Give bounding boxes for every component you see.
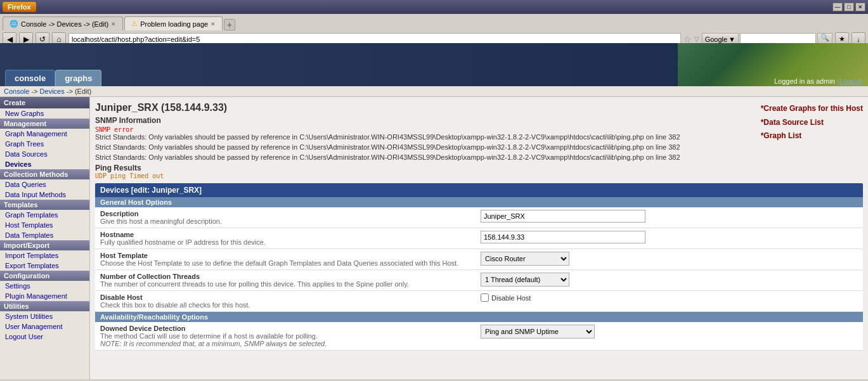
app-header: console graphs Logged in as admin (Logou… — [0, 43, 868, 86]
disable-label: Disable Host — [100, 294, 470, 301]
hostname-row: Hostname Fully qualified hostname or IP … — [95, 228, 863, 249]
tab-2-close[interactable]: ✕ — [211, 21, 216, 27]
disable-checkbox-text: Disable Host — [491, 294, 531, 302]
breadcrumb-arrow1: -> — [31, 87, 39, 95]
right-panel: *Create Graphs for this Host *Data Sourc… — [761, 102, 863, 143]
sidebar-item-plugin-management[interactable]: Plugin Management — [0, 291, 89, 301]
downed-select[interactable]: Ping and SNMP Uptime — [481, 325, 595, 339]
tab-1-title: Console -> Devices -> (Edit) — [21, 20, 108, 28]
sidebar-configuration-header: Configuration — [0, 271, 89, 281]
error-text-1: Strict Standards: Only variables should … — [95, 133, 863, 141]
desc-input[interactable] — [481, 210, 645, 223]
breadcrumb-devices[interactable]: Devices — [40, 87, 65, 95]
threads-desc: The number of concurrent threads to use … — [100, 280, 470, 288]
host-template-label: Host Template — [100, 252, 470, 259]
disable-checkbox-label: Disable Host — [481, 294, 858, 302]
sidebar-collection-header: Collection Methods — [0, 169, 89, 179]
maximize-button[interactable]: □ — [844, 3, 854, 11]
graph-list-link[interactable]: *Graph List — [761, 129, 863, 143]
tab-1-close[interactable]: ✕ — [111, 21, 116, 27]
host-template-row: Host Template Choose the Host Template t… — [95, 249, 863, 270]
tab-2-icon: ⚠ — [131, 20, 138, 28]
login-info: Logged in as admin (Logout) — [774, 77, 863, 85]
sidebar-item-host-templates[interactable]: Host Templates — [0, 220, 89, 230]
downed-note: NOTE: It is recommended that, at a minim… — [100, 340, 470, 347]
search-engine-dropdown-icon: ▼ — [729, 36, 735, 43]
disable-row: Disable Host Check this box to disable a… — [95, 291, 863, 312]
ping-result: UDP ping Timed out — [95, 172, 863, 179]
breadcrumb: Console -> Devices -> (Edit) — [0, 86, 868, 97]
data-source-list-link[interactable]: *Data Source List — [761, 116, 863, 130]
search-engine-label: Google — [705, 36, 727, 43]
logout-link[interactable]: (Logout) — [837, 77, 863, 85]
create-graphs-link[interactable]: *Create Graphs for this Host — [761, 102, 863, 116]
graphs-tab[interactable]: graphs — [55, 70, 101, 86]
tab-2-title: Problem loading page — [140, 20, 208, 28]
general-options-header: General Host Options — [95, 197, 863, 207]
sidebar-item-logout-user[interactable]: Logout User — [0, 332, 89, 342]
snmp-section-label: SNMP Information — [95, 116, 863, 125]
hostname-label: Hostname — [100, 231, 470, 238]
tab-1-icon: 🌐 — [10, 20, 18, 28]
threads-row: Number of Collection Threads The number … — [95, 270, 863, 291]
downed-label: Downed Device Detection — [100, 325, 470, 332]
content-area: *Create Graphs for this Host *Data Sourc… — [90, 97, 868, 379]
close-button[interactable]: ✕ — [855, 3, 865, 11]
breadcrumb-edit: (Edit) — [75, 87, 91, 95]
hostname-desc: Fully qualified hostname or IP address f… — [100, 238, 470, 246]
ping-label: Ping Results — [95, 164, 863, 172]
sidebar-item-data-input-methods[interactable]: Data Input Methods — [0, 190, 89, 200]
page-title: Juniper_SRX (158.144.9.33) — [95, 102, 863, 113]
add-tab-button[interactable]: + — [224, 19, 235, 30]
desc-desc: Give this host a meaningful description. — [100, 217, 470, 225]
breadcrumb-console[interactable]: Console — [4, 87, 29, 95]
desc-label: Description — [100, 210, 470, 217]
tab-2[interactable]: ⚠ Problem loading page ✕ — [124, 16, 223, 30]
sidebar-item-system-utilities[interactable]: System Utilities — [0, 311, 89, 321]
host-template-desc: Choose the Host Template to use to defin… — [100, 259, 470, 267]
firefox-button[interactable]: Firefox — [3, 2, 36, 12]
sidebar-item-data-templates[interactable]: Data Templates — [0, 230, 89, 240]
disable-desc: Check this box to disable all checks for… — [100, 301, 470, 309]
sidebar-item-new-graphs[interactable]: New Graphs — [0, 108, 89, 119]
breadcrumb-arrow2: -> — [67, 87, 75, 95]
title-bar: Firefox — □ ✕ — [0, 0, 868, 14]
sidebar-management-header: Management — [0, 119, 89, 129]
login-user: admin — [816, 77, 835, 85]
avail-header: Availability/Reachability Options — [95, 312, 863, 322]
host-template-select[interactable]: Cisco Router — [481, 252, 569, 266]
downed-row: Downed Device Detection The method Cacti… — [95, 322, 863, 351]
console-tab[interactable]: console — [5, 70, 55, 86]
sidebar-item-data-queries[interactable]: Data Queries — [0, 179, 89, 190]
sidebar-create-header: Create — [0, 97, 89, 108]
login-text: Logged in as — [774, 77, 816, 85]
sidebar-item-import-templates[interactable]: Import Templates — [0, 250, 89, 261]
tab-1[interactable]: 🌐 Console -> Devices -> (Edit) ✕ — [3, 16, 123, 30]
sidebar-item-export-templates[interactable]: Export Templates — [0, 261, 89, 271]
form-table: Description Give this host a meaningful … — [95, 207, 863, 312]
sidebar-item-devices[interactable]: Devices — [0, 159, 89, 169]
nav-star2-icon: ▽ — [694, 36, 699, 42]
threads-label: Number of Collection Threads — [100, 273, 470, 280]
sidebar-templates-header: Templates — [0, 200, 89, 210]
error-text-3: Strict Standards: Only variables should … — [95, 153, 863, 161]
sidebar-item-user-management[interactable]: User Management — [0, 321, 89, 332]
snmp-error: SNMP error — [95, 126, 863, 133]
sidebar-item-graph-trees[interactable]: Graph Trees — [0, 139, 89, 149]
sidebar-import-export-header: Import/Export — [0, 240, 89, 250]
sidebar-item-graph-templates[interactable]: Graph Templates — [0, 210, 89, 220]
disable-checkbox[interactable] — [481, 294, 489, 302]
tabs-bar: 🌐 Console -> Devices -> (Edit) ✕ ⚠ Probl… — [0, 14, 868, 30]
device-edit-header: Devices [edit: Juniper_SRX] — [95, 183, 863, 197]
minimize-button[interactable]: — — [832, 3, 843, 11]
sidebar: Create New Graphs Management Graph Manag… — [0, 97, 90, 379]
error-text-2: Strict Standards: Only variables should … — [95, 143, 863, 151]
hostname-input[interactable] — [481, 231, 645, 243]
sidebar-item-graph-management[interactable]: Graph Management — [0, 129, 89, 139]
threads-select[interactable]: 1 Thread (default) — [481, 273, 569, 287]
downed-desc: The method Cacti will use to determine i… — [100, 332, 470, 340]
avail-form-table: Downed Device Detection The method Cacti… — [95, 322, 863, 351]
sidebar-item-settings[interactable]: Settings — [0, 281, 89, 291]
sidebar-item-data-sources[interactable]: Data Sources — [0, 149, 89, 159]
desc-row: Description Give this host a meaningful … — [95, 207, 863, 228]
